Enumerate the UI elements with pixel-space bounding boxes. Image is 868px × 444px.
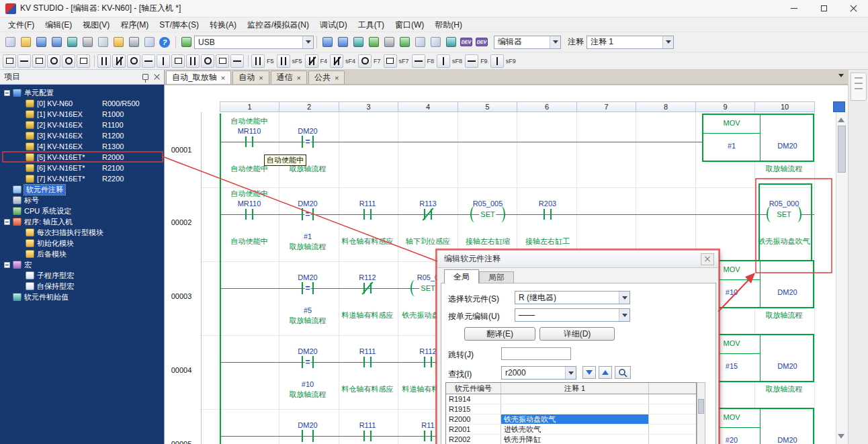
connection-select[interactable]: USB — [194, 36, 314, 49]
tree-item-device-initial-values[interactable]: 软元件初始值 — [0, 292, 164, 302]
table-row[interactable]: R1914 — [446, 394, 696, 404]
tab-communication[interactable]: 通信 × — [271, 71, 307, 84]
rung-number[interactable]: 00003 — [165, 292, 198, 300]
edit-tool-1-icon[interactable] — [97, 54, 111, 68]
cut-icon[interactable] — [80, 35, 95, 50]
tree-item-unit-4[interactable]: [4] KV-N16EX R1300 — [0, 141, 164, 152]
watch-window-icon[interactable] — [413, 35, 427, 50]
menu-monitor-simulator[interactable]: 监控器/模拟器(N) — [242, 17, 314, 32]
ladder-view-icon[interactable] — [17, 54, 31, 68]
dropdown-arrow-icon[interactable] — [662, 36, 673, 48]
menu-debug[interactable]: 调试(D) — [314, 17, 353, 32]
menu-view[interactable]: 视图(V) — [77, 17, 115, 32]
compare-contact-symbol[interactable] — [302, 136, 303, 148]
tab-list-dropdown-icon[interactable] — [838, 74, 844, 80]
contact-symbol[interactable] — [424, 431, 425, 441]
table-row[interactable]: R2002 铁壳升降缸 — [446, 435, 696, 444]
pin-icon[interactable] — [142, 74, 148, 80]
grid-corner-button[interactable] — [833, 101, 845, 112]
device-cell[interactable]: R2000 — [446, 414, 501, 424]
tab-auto-pickplace[interactable]: 自动_取放轴 × — [166, 71, 231, 84]
compare-contact-symbol[interactable] — [312, 356, 314, 368]
scroll-down-icon[interactable] — [838, 434, 844, 442]
maximize-button[interactable] — [809, 0, 838, 17]
rung-number[interactable]: 00005 — [165, 440, 198, 444]
contact-symbol[interactable] — [252, 209, 253, 220]
tree-item-unit-6[interactable]: [6] KV-N16ET* R2100 — [0, 163, 164, 173]
tab-close-icon[interactable]: × — [297, 74, 301, 82]
zoom-in-icon[interactable] — [47, 54, 60, 68]
dev-monitor-icon-2[interactable]: DEV — [474, 35, 489, 50]
minimize-button[interactable] — [779, 0, 809, 17]
device-grid-icon[interactable] — [428, 35, 443, 50]
web-monitor-icon[interactable] — [443, 35, 458, 50]
table-row[interactable]: R1915 — [446, 404, 696, 414]
compare-contact-symbol[interactable] — [312, 136, 314, 148]
tab-close-icon[interactable]: × — [259, 74, 263, 82]
tree-item-cpu-settings[interactable]: CPU 系统设定 — [0, 206, 164, 216]
collapse-icon[interactable] — [4, 219, 10, 225]
no-contact-button[interactable] — [251, 54, 265, 68]
contact-symbol[interactable] — [245, 209, 247, 220]
rung-number[interactable]: 00001 — [165, 146, 198, 154]
vline-button[interactable] — [437, 54, 450, 68]
tree-item-unit-1[interactable]: [1] KV-N16EX R1000 — [0, 109, 164, 120]
contact-symbol[interactable] — [544, 209, 545, 220]
dialog-title-bar[interactable]: 编辑软元件注释 — [437, 251, 718, 268]
menu-program[interactable]: 程序(M) — [115, 17, 154, 32]
save-as-icon[interactable] — [49, 35, 64, 50]
comment-cell[interactable] — [501, 394, 649, 404]
dropdown-arrow-icon[interactable] — [302, 36, 313, 48]
comment-set-select[interactable]: 注释 1 — [587, 36, 674, 49]
contact-symbol[interactable] — [363, 357, 365, 367]
tab-close-icon[interactable]: × — [221, 74, 225, 82]
scrollbar-thumb[interactable] — [698, 399, 704, 414]
mode-select[interactable]: 编辑器 — [494, 36, 561, 49]
find-next-button[interactable] — [582, 366, 596, 379]
table-row[interactable]: R2001 进铁壳吹气 — [446, 425, 696, 435]
menu-st-script[interactable]: ST/脚本(S) — [154, 17, 204, 32]
menu-help[interactable]: 帮助(H) — [429, 17, 468, 32]
panel-close-icon[interactable] — [154, 74, 160, 80]
zoom-out-icon[interactable] — [62, 54, 75, 68]
tree-item-unit-5[interactable]: [5] KV-N16ET* R2000 — [0, 152, 164, 163]
transfer-pc-to-plc-icon[interactable] — [320, 35, 335, 50]
tab-close-icon[interactable]: × — [335, 74, 339, 82]
contact-symbol[interactable] — [370, 209, 372, 220]
edit-tool-7-icon[interactable] — [186, 54, 200, 68]
tree-item-unit-config[interactable]: 单元配置 — [0, 87, 164, 98]
help-icon[interactable]: ? — [157, 35, 172, 50]
menu-tools[interactable]: 工具(T) — [353, 17, 390, 32]
dropdown-arrow-icon[interactable] — [619, 309, 630, 321]
tree-item-device-comment[interactable]: 软元件注释 — [0, 184, 164, 195]
edit-tool-5-icon[interactable] — [157, 54, 170, 68]
device-cell[interactable]: R2002 — [446, 435, 501, 444]
monitor-mode-icon[interactable] — [366, 35, 381, 50]
coil-symbol[interactable] — [410, 280, 419, 296]
unit-edit-combo[interactable]: ―― — [515, 308, 630, 322]
close-button[interactable] — [838, 0, 868, 17]
device-comment-table[interactable]: 软元件编号 注释 1 R1914 R1915 R2000 铁壳振动盘吹气 R20… — [445, 382, 697, 444]
contact-symbol[interactable] — [363, 431, 365, 441]
comment-cell[interactable]: 铁壳升降缸 — [501, 435, 649, 444]
device-cell[interactable]: R1915 — [446, 404, 501, 414]
verify-icon[interactable] — [351, 35, 365, 50]
contact-symbol[interactable] — [252, 136, 253, 147]
paste-icon[interactable] — [111, 35, 126, 50]
edit-tool-4-icon[interactable] — [142, 54, 155, 68]
translate-button[interactable]: 翻译(E) — [464, 327, 535, 341]
print-icon[interactable] — [126, 35, 141, 50]
connection-monitor-icon[interactable] — [179, 35, 193, 50]
scroll-up-icon[interactable] — [838, 114, 844, 122]
compare-contact-symbol[interactable] — [302, 356, 303, 368]
select-device-combo[interactable]: R (继电器) — [515, 291, 630, 304]
mail-icon[interactable] — [77, 54, 90, 68]
coil-symbol[interactable] — [496, 206, 505, 222]
scrollbar-thumb[interactable] — [838, 126, 846, 173]
ladder-vertical-scrollbar[interactable] — [836, 112, 848, 444]
contact-symbol[interactable] — [424, 357, 425, 367]
collapse-icon[interactable] — [4, 262, 10, 268]
copy-icon[interactable] — [95, 35, 110, 50]
compare-contact-symbol[interactable] — [302, 430, 303, 442]
comment-cell-selected[interactable]: 铁壳振动盘吹气 — [501, 414, 649, 424]
